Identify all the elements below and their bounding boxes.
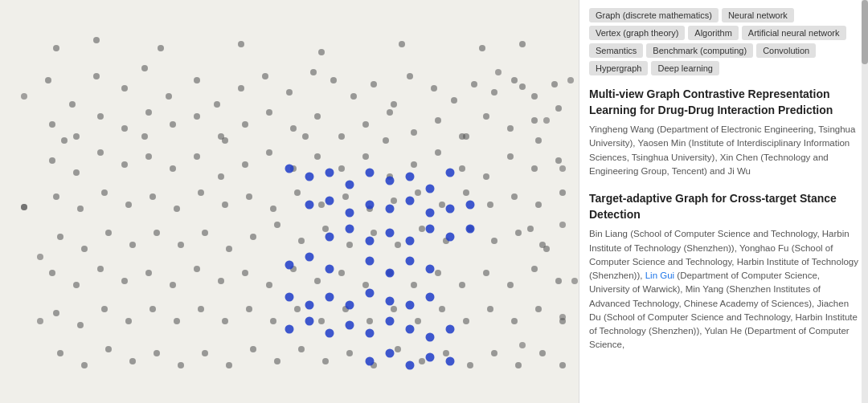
paper-authors: Bin Liang (School of Computer Science an… bbox=[589, 227, 858, 352]
paper-title[interactable]: Target-adaptive Graph for Cross-target S… bbox=[589, 191, 858, 222]
tag[interactable]: Semantics bbox=[589, 43, 643, 58]
tag[interactable]: Algorithm bbox=[688, 26, 738, 40]
paper-title[interactable]: Multi-view Graph Contrastive Representat… bbox=[589, 87, 858, 118]
papers-section[interactable]: Multi-view Graph Contrastive Representat… bbox=[579, 80, 868, 403]
scatter-plot[interactable] bbox=[0, 0, 579, 403]
tag[interactable]: Neural network bbox=[722, 8, 794, 22]
scrollbar[interactable] bbox=[862, 0, 868, 403]
tag[interactable]: Artificial neural network bbox=[742, 26, 846, 40]
tag[interactable]: Convolution bbox=[756, 43, 816, 58]
tags-section: Graph (discrete mathematics)Neural netwo… bbox=[579, 0, 868, 80]
tag[interactable]: Vertex (graph theory) bbox=[589, 26, 685, 40]
tag[interactable]: Deep learning bbox=[651, 61, 719, 75]
right-panel: Graph (discrete mathematics)Neural netwo… bbox=[579, 0, 868, 403]
paper-entry: Target-adaptive Graph for Cross-target S… bbox=[589, 191, 858, 352]
scatter-canvas bbox=[0, 0, 579, 403]
tag[interactable]: Hypergraph bbox=[589, 61, 648, 75]
scroll-thumb[interactable] bbox=[862, 0, 868, 64]
tag[interactable]: Graph (discrete mathematics) bbox=[589, 8, 719, 22]
tag[interactable]: Benchmark (computing) bbox=[646, 43, 753, 58]
author-link[interactable]: Lin Gui bbox=[645, 271, 674, 280]
paper-entry: Multi-view Graph Contrastive Representat… bbox=[589, 87, 858, 178]
paper-authors: Yingheng Wang (Department of Electronic … bbox=[589, 123, 858, 178]
